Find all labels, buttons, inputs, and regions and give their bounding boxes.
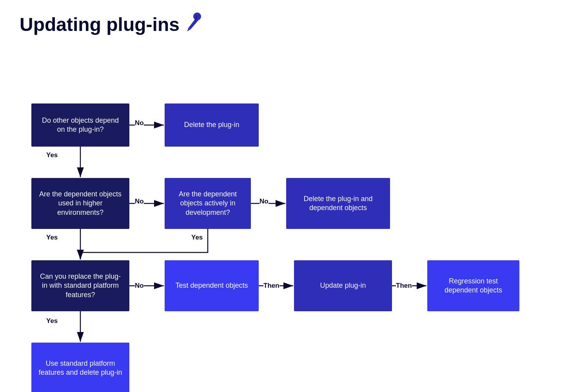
flowchart: Do other objects depend on the plug-in? … [20, 53, 568, 386]
pencil-icon [183, 12, 205, 37]
box-update-plugin: Update plug-in [294, 260, 392, 311]
label-no-4: No [135, 282, 144, 290]
box-delete-plugin-dependent: Delete the plug-in and dependent objects [286, 178, 390, 229]
label-then-1: Then [263, 282, 279, 290]
label-yes-2: Yes [46, 234, 58, 241]
box-dependent-in-dev: Are the dependent objects actively in de… [165, 178, 251, 229]
box-delete-plugin: Delete the plug-in [165, 103, 259, 147]
label-then-2: Then [396, 282, 412, 290]
box-dependent-higher-env: Are the dependent objects used in higher… [31, 178, 129, 229]
box-do-other-objects-depend: Do other objects depend on the plug-in? [31, 103, 129, 147]
label-no-2: No [135, 198, 144, 205]
page-container: Updating plug-ins [0, 0, 588, 392]
label-no-3: No [260, 198, 269, 205]
box-use-standard: Use standard platform features and delet… [31, 343, 129, 392]
box-regression-test: Regression test dependent objects [427, 260, 519, 311]
title-area: Updating plug-ins [20, 12, 568, 37]
box-test-dependent: Test dependent objects [165, 260, 259, 311]
label-yes-4: Yes [46, 317, 58, 325]
label-yes-1: Yes [46, 151, 58, 159]
label-no-1: No [135, 119, 144, 127]
label-yes-3: Yes [191, 234, 203, 241]
page-title: Updating plug-ins [20, 14, 180, 35]
box-replace-standard: Can you replace the plug-in with standar… [31, 260, 129, 311]
